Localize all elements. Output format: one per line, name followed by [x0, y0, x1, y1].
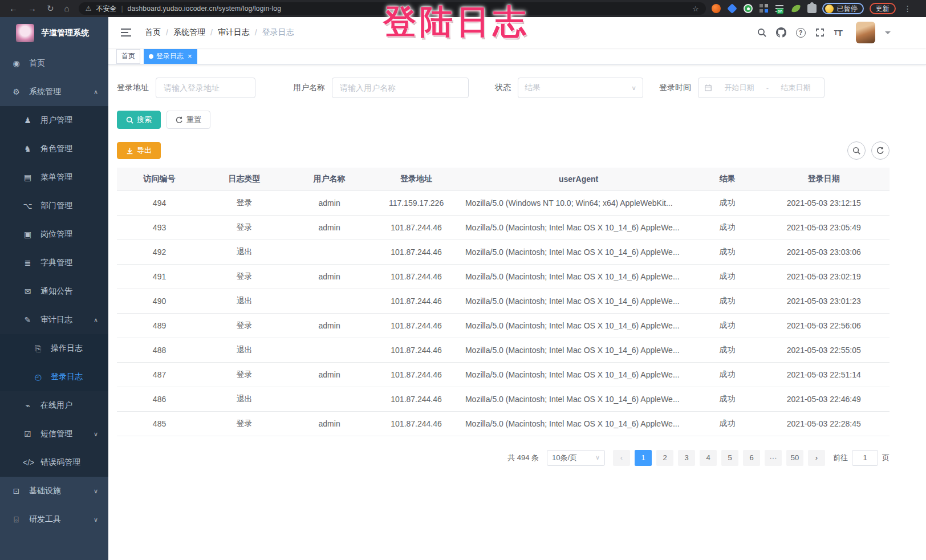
browser-update-button[interactable]: 更新 [870, 3, 896, 14]
sidebar-item-post-management[interactable]: ▣岗位管理 [0, 220, 108, 249]
breadcrumb-item: 登录日志 [262, 27, 294, 38]
chevron-down-icon: ∨ [94, 516, 98, 524]
cell-user-agent: Mozilla/5.0 (Macintosh; Intel Mac OS X 1… [461, 215, 696, 240]
cell-login-address: 117.159.17.226 [372, 190, 461, 215]
sidebar-item-role-management[interactable]: ♞角色管理 [0, 135, 108, 163]
home-icon[interactable]: ⌂ [64, 3, 70, 14]
sidebar-item-notice-announcement[interactable]: ✉通知公告 [0, 277, 108, 306]
sidebar-item-label: 审计日志 [40, 315, 72, 325]
page-button-5[interactable]: 5 [721, 450, 738, 466]
sidebar-item-dict-management[interactable]: ≣字典管理 [0, 249, 108, 277]
sidebar-item-login-log[interactable]: ◴登录日志 [0, 363, 108, 391]
table-row: 486退出101.87.244.46Mozilla/5.0 (Macintosh… [117, 387, 890, 411]
tag-item[interactable]: 首页 [116, 49, 140, 64]
page-button-4[interactable]: 4 [700, 450, 717, 466]
breadcrumb-item[interactable]: 审计日志 [218, 27, 250, 38]
extensions-puzzle-icon[interactable] [807, 4, 817, 13]
sidebar-item-dev-tools[interactable]: ⌺研发工具∨ [0, 505, 108, 534]
address-bar[interactable]: ⚠ 不安全 | dashboard.yudao.iocoder.cn/syste… [79, 2, 706, 15]
extension-leaf-icon[interactable] [791, 4, 801, 13]
cell-username [287, 338, 372, 362]
help-icon[interactable]: ? [796, 28, 806, 38]
error-code-icon: </> [23, 458, 33, 467]
cell-access-id: 492 [117, 240, 202, 264]
header-search-icon[interactable] [757, 28, 766, 37]
github-icon[interactable] [776, 27, 786, 38]
back-icon[interactable]: ← [9, 3, 18, 14]
sidebar-item-home[interactable]: ◉首页 [0, 49, 108, 78]
bookmark-star-icon[interactable]: ☆ [692, 5, 699, 13]
browser-menu-kebab-icon[interactable]: ⋮ [901, 4, 914, 13]
page-button-6[interactable]: 6 [743, 450, 760, 466]
table-header-row: 访问编号日志类型用户名称登录地址userAgent结果登录日期 [117, 168, 890, 190]
export-button[interactable]: 导出 [117, 142, 161, 159]
toggle-search-button[interactable] [847, 141, 866, 160]
username-input[interactable] [332, 78, 469, 98]
page-size-select[interactable]: 10条/页 ∨ [547, 450, 605, 466]
cell-user-agent: Mozilla/5.0 (Windows NT 10.0; Win64; x64… [461, 190, 696, 215]
status-select[interactable]: 结果 ∨ [518, 78, 643, 98]
pagination-goto: 前往 页 [833, 450, 890, 466]
prev-page-button[interactable]: ‹ [613, 450, 630, 466]
sidebar-item-infrastructure[interactable]: ⊡基础设施∨ [0, 477, 108, 505]
sidebar-item-operation-log[interactable]: ⎘操作日志 [0, 334, 108, 363]
sidebar-item-department-management[interactable]: ⌥部门管理 [0, 192, 108, 220]
cell-username: admin [287, 411, 372, 436]
user-avatar[interactable] [856, 22, 875, 43]
cell-result: 成功 [696, 190, 758, 215]
cell-access-id: 494 [117, 190, 202, 215]
sidebar-item-label: 登录日志 [51, 372, 83, 382]
search-icon [852, 147, 860, 155]
sidebar-item-sms-management[interactable]: ☑短信管理∨ [0, 420, 108, 448]
date-range-picker[interactable]: 开始日期 - 结束日期 [698, 78, 825, 98]
search-button[interactable]: 搜索 [117, 111, 161, 129]
sidebar-item-user-management[interactable]: ♟用户管理 [0, 106, 108, 135]
next-page-button[interactable]: › [808, 450, 825, 466]
page-button-2[interactable]: 2 [656, 450, 673, 466]
dictionary-icon: ≣ [23, 258, 33, 267]
sidebar-item-audit-log[interactable]: ✎审计日志∧ [0, 306, 108, 334]
page-button-1[interactable]: 1 [635, 450, 652, 466]
breadcrumb-item[interactable]: 首页 [145, 27, 161, 38]
tag-close-icon[interactable]: × [188, 52, 192, 60]
tag-active[interactable]: 登录日志× [144, 49, 197, 64]
avatar-caret-down-icon[interactable] [885, 31, 891, 37]
refresh-table-button[interactable] [871, 141, 890, 160]
login-address-input[interactable] [156, 78, 255, 98]
sidebar-item-error-code-management[interactable]: </>错误码管理 [0, 448, 108, 477]
url-text[interactable]: dashboard.yudao.iocoder.cn/system/log/lo… [128, 5, 282, 13]
not-secure-label[interactable]: 不安全 [96, 4, 116, 14]
online-users-icon: ⌁ [23, 401, 33, 410]
extension-list-icon[interactable]: on [775, 4, 785, 13]
table-row: 485登录admin101.87.244.46Mozilla/5.0 (Maci… [117, 411, 890, 436]
page-button-3[interactable]: 3 [678, 450, 695, 466]
extension-grid-icon[interactable] [760, 4, 769, 13]
extension-green-circle-icon[interactable] [744, 4, 753, 13]
sidebar-item-online-users[interactable]: ⌁在线用户 [0, 391, 108, 420]
reload-icon[interactable]: ↻ [47, 3, 54, 14]
page-buttons: ‹123456···50› [613, 450, 825, 466]
table-body: 494登录admin117.159.17.226Mozilla/5.0 (Win… [117, 190, 890, 436]
sidebar-item-system-management[interactable]: ⚙系统管理∧ [0, 78, 108, 106]
extension-orange-icon[interactable] [712, 4, 721, 13]
font-size-icon[interactable]: TT [834, 28, 843, 38]
table-row: 487登录admin101.87.244.46Mozilla/5.0 (Maci… [117, 362, 890, 387]
forward-icon[interactable]: → [28, 3, 36, 14]
sidebar-item-label: 错误码管理 [40, 457, 80, 468]
fullscreen-icon[interactable] [815, 28, 825, 37]
hamburger-icon[interactable] [116, 25, 136, 40]
table-row: 491登录admin101.87.244.46Mozilla/5.0 (Maci… [117, 264, 890, 289]
goto-page-input[interactable] [852, 450, 878, 466]
app-logo-row[interactable]: 芋道管理系统 [0, 17, 108, 49]
column-header-login-address: 登录地址 [372, 168, 461, 190]
sidebar-item-menu-management[interactable]: ▤菜单管理 [0, 163, 108, 192]
sidebar-item-label: 在线用户 [40, 400, 72, 411]
cell-log-type: 登录 [202, 190, 287, 215]
profile-paused-chip[interactable]: 已暂停 [822, 3, 864, 14]
reset-button[interactable]: 重置 [166, 111, 210, 129]
breadcrumb-item[interactable]: 系统管理 [173, 27, 205, 38]
extension-blue-gem-icon[interactable] [727, 3, 737, 14]
sidebar-item-label: 研发工具 [29, 514, 61, 525]
page-button-50[interactable]: 50 [786, 450, 803, 466]
cell-login-date: 2021-05-03 22:46:49 [758, 387, 890, 411]
